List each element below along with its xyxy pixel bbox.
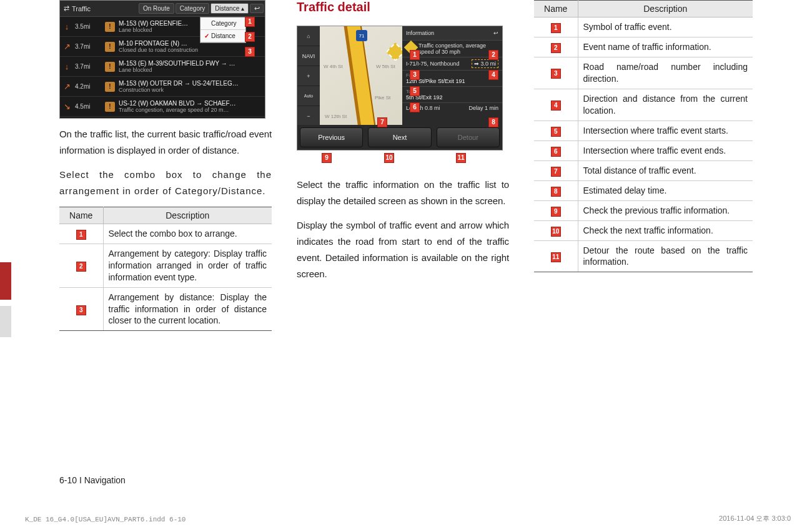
event-icon: ! [105, 42, 115, 52]
table-row: 3 Arrangement by distance: Display the t… [59, 287, 272, 331]
traffic-event-icon [385, 42, 402, 61]
badge: 2 [551, 43, 561, 53]
detour-button[interactable]: Detour [437, 127, 500, 147]
callout-3: 3 [410, 70, 420, 80]
event-icon: ! [105, 102, 115, 112]
badge: 6 [551, 147, 561, 157]
dropdown-distance[interactable]: ✓Distance [200, 30, 245, 42]
event-text: Traffic congestion, average speed of 30 … [418, 42, 498, 55]
arrow-icon: ↓ [62, 22, 71, 31]
table-row: 2Event name of traffic information. [534, 37, 753, 57]
callout-2: 2 [488, 50, 498, 60]
table-row: 1Symbol of traffic event. [534, 17, 753, 37]
to-label: To [406, 89, 498, 94]
combo-distance[interactable]: Distance ▴ [210, 3, 249, 14]
cell-desc: Arrangement by category: Display traffic… [103, 244, 272, 288]
row-text: US-12 (W) OAKMAN BLVD → SCHAEF…Traffic c… [119, 100, 262, 113]
traffic-header: ⇄ Traffic On Route Category Distance ▴ ↩ [60, 1, 265, 17]
map-area: 71 W 4th St W 5th St Pike St W 12th St [320, 26, 402, 125]
info-header: Information ↩ [402, 26, 502, 40]
row-distance: 4.5mi [75, 103, 101, 110]
back-icon[interactable]: ↩ [250, 4, 264, 13]
badge-2: 2 [76, 262, 86, 272]
navi-button[interactable]: NAVI [297, 46, 320, 66]
info-back-icon[interactable]: ↩ [493, 30, 498, 36]
callout-9: 9 [322, 153, 332, 163]
route-shield-icon: 71 [356, 30, 367, 41]
badge: 3 [551, 69, 561, 79]
callout-2: 2 [245, 32, 255, 42]
road-label: W 4th St [324, 64, 343, 69]
row-distance: 3.7mi [75, 63, 101, 70]
arrow-icon: ↘ [62, 102, 71, 111]
cell-num: 2 [59, 244, 103, 288]
next-button[interactable]: Next [368, 127, 431, 147]
table-row: 2 Arrangement by category: Display traff… [59, 244, 272, 288]
th-desc: Description [578, 1, 753, 17]
previous-button[interactable]: Previous [300, 127, 363, 147]
callout-7: 7 [377, 117, 387, 127]
traffic-icon: ⇄ [64, 4, 69, 12]
col1-table: Name Description 1 Select the combo box … [59, 207, 272, 331]
to-value: 5th St/Exit 192 [406, 94, 498, 101]
cell-desc: Check the previous traffic information. [578, 200, 753, 220]
th-desc: Description [103, 207, 272, 224]
arrow-icon: ↗ [62, 82, 71, 91]
delay-span: Delay 1 min [468, 105, 498, 111]
col1-para1: On the traffic list, the current basic t… [59, 126, 272, 159]
cell-desc: Check the next traffic information. [578, 220, 753, 240]
dropdown-distance-label: Distance [211, 32, 235, 39]
badge: 5 [551, 127, 561, 137]
badge: 9 [551, 207, 561, 217]
road-label: W 5th St [376, 64, 395, 69]
table-row: 6Intersection where traffic event ends. [534, 140, 753, 160]
row-distance: 4.2mi [75, 83, 101, 90]
auto-zoom-button[interactable]: Auto [297, 86, 320, 106]
tab-category[interactable]: Category [176, 3, 210, 14]
page-columns: ⇄ Traffic On Route Category Distance ▴ ↩… [0, 0, 797, 331]
event-icon: ! [105, 22, 115, 32]
table-row: 9Check the previous traffic information. [534, 200, 753, 220]
column-1: ⇄ Traffic On Route Category Distance ▴ ↩… [59, 0, 272, 331]
road-distance: 3.0 mi [480, 61, 496, 67]
cell-desc: Arrangement by distance: Display the tra… [103, 287, 272, 331]
road-name: I-71/I-75, Northbound [406, 61, 460, 67]
badge: 11 [551, 252, 561, 262]
event-icon: ! [105, 82, 115, 92]
th-name: Name [534, 1, 578, 17]
table-row: 11Detour the route based on the traffic … [534, 240, 753, 272]
arrow-icon: ↓ [62, 62, 71, 71]
badge: 7 [551, 167, 561, 177]
badge: 4 [551, 101, 561, 111]
cell-desc: Intersection where traffic event starts. [578, 121, 753, 140]
dropdown-category[interactable]: Category [200, 17, 245, 30]
indd-timestamp: 2016-11-04 오후 3:03:0 [719, 514, 791, 523]
badge: 8 [551, 187, 561, 197]
callout-8: 8 [488, 117, 498, 127]
cell-desc: Total distance of traffic event. [578, 160, 753, 180]
table-row: 8Estimated delay time. [534, 180, 753, 200]
zoom-in-button[interactable]: + [297, 66, 320, 86]
road-distance-box: ➡3.0 mi [472, 59, 498, 68]
table-row: 1 Select the combo box to arrange. [59, 224, 272, 244]
callout-6: 6 [410, 102, 420, 112]
zoom-out-button[interactable]: − [297, 106, 320, 126]
tab-on-route[interactable]: On Route [139, 3, 174, 14]
cell-desc: Select the combo box to arrange. [103, 224, 272, 244]
table-row: 4Direction and distance from the current… [534, 89, 753, 121]
traffic-row[interactable]: ↓ 3.7mi ! M-153 (E) M-39/SOUTHFIELD FWY … [60, 57, 265, 77]
home-button[interactable]: ⌂ [297, 26, 320, 46]
cell-desc: Event name of traffic information. [578, 37, 753, 57]
traffic-row[interactable]: ↗ 4.2mi ! M-153 (W) OUTER DR → US-24/TEL… [60, 77, 265, 97]
cell-desc: Estimated delay time. [578, 180, 753, 200]
below-callouts: 9 10 11 [297, 150, 509, 169]
traffic-list-screenshot: ⇄ Traffic On Route Category Distance ▴ ↩… [59, 0, 265, 119]
callout-10: 10 [384, 153, 394, 163]
from-label: From [406, 72, 498, 78]
cell-desc: Direction and distance from the current … [578, 89, 753, 121]
badge: 1 [551, 23, 561, 33]
traffic-row[interactable]: ↘ 4.5mi ! US-12 (W) OAKMAN BLVD → SCHAEF… [60, 97, 265, 117]
table-header-row: Name Description [59, 207, 272, 224]
from-value: 12th St/Pike St/Exit 191 [406, 78, 498, 84]
page-footer: 6-10 I Navigation [59, 475, 126, 485]
